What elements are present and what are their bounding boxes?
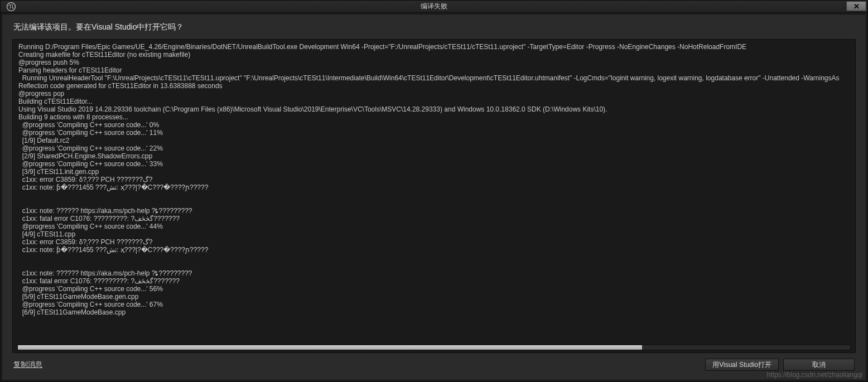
svg-point-0 bbox=[7, 2, 16, 11]
dialog-window: 编译失败 ✕ 无法编译该项目。要在Visual Studio中打开它吗？ Run… bbox=[0, 0, 868, 382]
scrollbar-thumb[interactable] bbox=[18, 345, 642, 350]
close-button[interactable]: ✕ bbox=[846, 1, 866, 11]
prompt-text: 无法编译该项目。要在Visual Studio中打开它吗？ bbox=[13, 22, 856, 32]
close-icon: ✕ bbox=[853, 2, 860, 11]
copy-message-link[interactable]: 复制消息 bbox=[13, 360, 42, 370]
open-vs-button[interactable]: 用Visual Studio打开 bbox=[705, 359, 779, 371]
horizontal-scrollbar[interactable] bbox=[17, 345, 851, 350]
button-group: 用Visual Studio打开 取消 bbox=[705, 359, 855, 371]
window-title: 编译失败 bbox=[421, 2, 447, 11]
unreal-logo-icon bbox=[4, 1, 18, 12]
cancel-button[interactable]: 取消 bbox=[783, 359, 855, 371]
log-text: Running D:/Program Files/Epic Games/UE_4… bbox=[18, 43, 850, 316]
dialog-body: 无法编译该项目。要在Visual Studio中打开它吗？ Running D:… bbox=[2, 14, 866, 380]
titlebar[interactable]: 编译失败 ✕ bbox=[1, 1, 867, 13]
log-output[interactable]: Running D:/Program Files/Epic Games/UE_4… bbox=[12, 39, 856, 353]
button-row: 复制消息 用Visual Studio打开 取消 bbox=[12, 353, 856, 376]
